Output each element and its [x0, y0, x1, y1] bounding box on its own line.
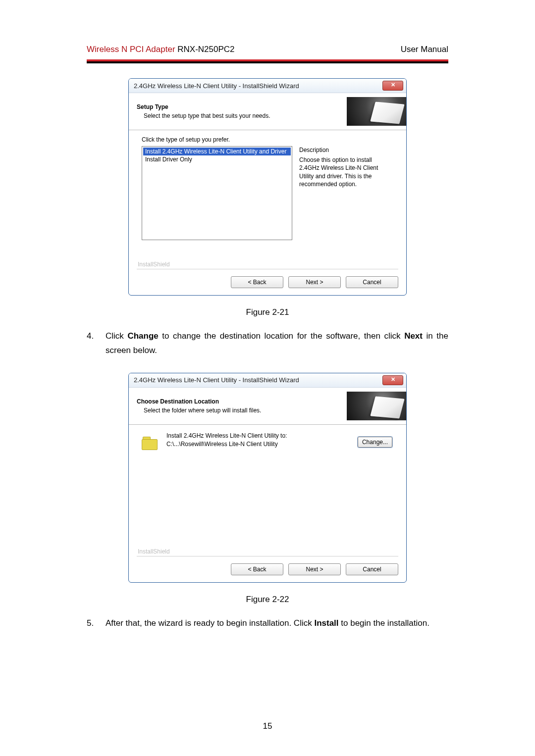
close-button[interactable]: ✕	[382, 81, 403, 91]
installshield-label: InstallShield	[136, 261, 172, 268]
next-button[interactable]: Next >	[288, 563, 341, 575]
change-button[interactable]: Change...	[358, 437, 392, 448]
install-wizard-setup-type: 2.4GHz Wireless Lite-N Client Utility - …	[128, 78, 407, 296]
step-5-number: 5.	[87, 616, 106, 631]
close-button[interactable]: ✕	[382, 375, 403, 385]
step-4: 4. Click Change to change the destinatio…	[87, 329, 448, 358]
product-title: Wireless N PCI Adapter RNX-N250PC2	[87, 45, 235, 54]
description-heading: Description	[299, 146, 393, 154]
wizard-banner-image	[347, 97, 406, 126]
doc-type: User Manual	[401, 45, 448, 54]
setup-option-driver-only[interactable]: Install Driver Only	[143, 155, 291, 163]
back-button[interactable]: < Back	[231, 563, 283, 575]
cancel-button[interactable]: Cancel	[346, 563, 398, 575]
setup-type-sub: Select the setup type that best suits yo…	[144, 112, 270, 119]
description-body: Choose this option to install 2.4GHz Wir…	[299, 156, 393, 188]
dialog-title-text: 2.4GHz Wireless Lite-N Client Utility - …	[134, 376, 299, 384]
dialog-titlebar: 2.4GHz Wireless Lite-N Client Utility - …	[129, 373, 406, 388]
install-wizard-destination: 2.4GHz Wireless Lite-N Client Utility - …	[128, 373, 407, 583]
title-red: Wireless N PCI Adapter	[87, 45, 175, 54]
install-to-label: Install 2.4GHz Wireless Lite-N Client Ut…	[166, 432, 350, 440]
install-path: C:\...\Rosewill\Wireless Lite-N Client U…	[166, 440, 350, 449]
cancel-button[interactable]: Cancel	[346, 276, 398, 288]
step-4-number: 4.	[87, 329, 106, 358]
step-5: 5. After that, the wizard is ready to be…	[87, 616, 448, 631]
figure-caption-1: Figure 2-21	[87, 307, 448, 317]
installshield-label: InstallShield	[136, 548, 172, 555]
title-rest: RNX-N250PC2	[175, 45, 235, 54]
page-header: Wireless N PCI Adapter RNX-N250PC2 User …	[87, 45, 448, 59]
page-number: 15	[0, 721, 535, 731]
setup-option-utility-driver[interactable]: Install 2.4GHz Wireless Lite-N Client Ut…	[143, 148, 291, 155]
dialog-header: Choose Destination Location Select the f…	[129, 388, 406, 425]
setup-prefer-label: Click the type of setup you prefer.	[142, 136, 398, 143]
dialog-title-text: 2.4GHz Wireless Lite-N Client Utility - …	[134, 82, 299, 90]
header-rule-black	[87, 61, 448, 63]
setup-type-listbox[interactable]: Install 2.4GHz Wireless Lite-N Client Ut…	[142, 146, 292, 240]
back-button[interactable]: < Back	[231, 276, 283, 288]
dialog-header: Setup Type Select the setup type that be…	[129, 93, 406, 130]
destination-heading: Choose Destination Location	[137, 398, 261, 405]
destination-sub: Select the folder where setup will insta…	[144, 407, 261, 414]
setup-type-heading: Setup Type	[137, 103, 270, 110]
figure-caption-2: Figure 2-22	[87, 595, 448, 605]
next-button[interactable]: Next >	[288, 276, 341, 288]
wizard-banner-image	[347, 392, 406, 420]
setup-description: Description Choose this option to instal…	[299, 146, 393, 240]
dialog-titlebar: 2.4GHz Wireless Lite-N Client Utility - …	[129, 79, 406, 93]
folder-icon	[142, 433, 159, 447]
